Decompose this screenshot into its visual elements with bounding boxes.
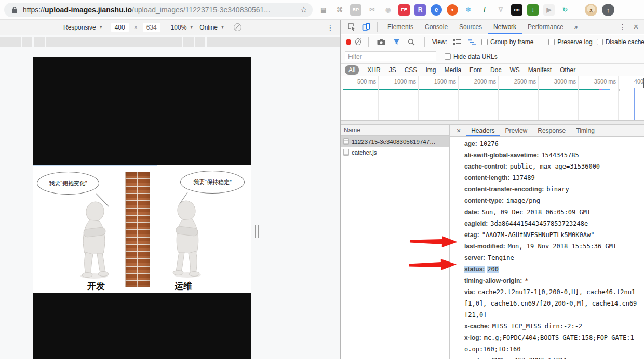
type-filter-manifest[interactable]: Manifest — [525, 65, 555, 75]
address-bar[interactable]: https://upload-images.jianshu.io/upload_… — [4, 3, 313, 17]
header-name: via: — [464, 288, 475, 296]
search-icon[interactable] — [406, 36, 417, 48]
checkbox-icon — [597, 39, 603, 45]
type-filter-font[interactable]: Font — [466, 65, 486, 75]
ext-download-icon[interactable]: ↓ — [527, 4, 539, 16]
ext-green-slash-icon[interactable]: / — [479, 4, 490, 16]
chevron-down-icon: ▼ — [221, 25, 224, 29]
type-filter-all[interactable]: All — [345, 65, 359, 75]
timeline-tick-label: 1500 ms — [434, 78, 456, 85]
disable-cache-checkbox[interactable]: Disable cache — [597, 38, 644, 46]
ext-rp-book-icon[interactable]: RP — [350, 4, 361, 16]
large-rows-view-icon[interactable] — [451, 36, 462, 48]
tab-elements[interactable]: Elements — [382, 20, 419, 34]
device-toolbar-toggle-icon[interactable] — [359, 21, 373, 33]
filter-icon[interactable] — [391, 36, 402, 48]
ext-sync-icon[interactable]: ↻ — [559, 4, 571, 16]
type-filter-css[interactable]: CSS — [401, 65, 421, 75]
header-line-x-log: x-log:mc.g;FOPDC/404;BOOTS-GATE:158;FOP-… — [464, 332, 644, 343]
overview-table-divider[interactable] — [341, 120, 644, 125]
ext-snowflake-icon[interactable]: ❄ — [463, 4, 474, 16]
network-throttle-select[interactable]: Online ▼ — [199, 24, 224, 31]
header-line-ali-swift-global-savetime: ali-swift-global-savetime:1544345785 — [464, 149, 644, 161]
device-preset-segment-4[interactable] — [183, 37, 194, 47]
device-preset-segment-3[interactable] — [46, 37, 182, 47]
record-button[interactable] — [346, 39, 351, 45]
group-by-frame-checkbox[interactable]: Group by frame — [481, 38, 533, 46]
type-filter-other[interactable]: Other — [556, 65, 579, 75]
header-value: Mon, 19 Nov 2018 15:55:36 GMT — [508, 243, 617, 250]
tab-network[interactable]: Network — [488, 20, 522, 34]
tab-performance[interactable]: Performance — [522, 20, 569, 34]
viewport-width-input[interactable]: 400 — [111, 23, 129, 32]
type-filter-ws[interactable]: WS — [506, 65, 523, 75]
header-value: "AAO7M-AGUfNVESHNuPTLk5M0K0Aw" — [482, 231, 595, 239]
close-details-icon[interactable]: × — [450, 127, 466, 135]
browser-update-button[interactable]: ↑ — [602, 4, 614, 16]
device-mode-select[interactable]: Responsive ▼ — [63, 24, 103, 31]
bookmark-star-icon[interactable]: ☆ — [300, 6, 307, 14]
url-text[interactable]: https://upload-images.jianshu.io/upload_… — [23, 6, 270, 14]
waterfall-view-icon[interactable] — [466, 36, 477, 48]
filter-input[interactable] — [345, 51, 436, 61]
ext-fe-icon[interactable]: FE — [398, 4, 410, 16]
ext-e-circle-icon[interactable]: e — [431, 4, 442, 16]
devops-comic-image: 我要“拥抱变化” 我要“保持稳定” — [33, 165, 251, 293]
timeline-gridline — [418, 76, 419, 120]
device-toolbar-menu-icon[interactable]: ⋮ — [327, 23, 334, 32]
device-preset-segment-1[interactable] — [22, 37, 32, 47]
figure-developer — [70, 200, 118, 279]
header-name: ali-swift-global-savetime: — [464, 151, 539, 159]
no-throttling-icon — [234, 23, 242, 31]
page-viewport: 我要“拥抱变化” 我要“保持稳定” — [0, 35, 340, 359]
device-presets-bar[interactable] — [0, 37, 340, 47]
type-filter-img[interactable]: Img — [422, 65, 439, 75]
type-filter-doc[interactable]: Doc — [487, 65, 505, 75]
devtools-close-icon[interactable]: × — [632, 22, 644, 32]
tab-sources[interactable]: Sources — [453, 20, 488, 34]
capture-screenshots-icon[interactable] — [376, 36, 387, 48]
network-overview-timeline[interactable]: 500 ms1000 ms1500 ms2000 ms2500 ms3000 m… — [341, 76, 644, 120]
type-filter-js[interactable]: JS — [385, 65, 400, 75]
header-value: [1,0], cache16.cn697[20,200-0,M], cache1… — [464, 300, 637, 307]
inspect-element-icon[interactable] — [345, 21, 358, 33]
device-preset-segment-0[interactable] — [0, 37, 21, 47]
ext-glasses-icon[interactable]: oo — [511, 4, 522, 16]
type-filter-media[interactable]: Media — [440, 65, 465, 75]
request-name: catcher.js — [352, 149, 377, 156]
detail-tab-preview[interactable]: Preview — [500, 125, 533, 136]
device-preset-segment-2[interactable] — [34, 37, 45, 47]
request-row[interactable]: 11223715-3e3408305619747… — [341, 136, 449, 147]
ext-orange-circle-icon[interactable]: • — [447, 4, 458, 16]
hide-data-urls-checkbox[interactable]: Hide data URLs — [445, 53, 498, 60]
request-row[interactable]: catcher.js — [341, 147, 449, 158]
header-name: age: — [464, 140, 477, 147]
name-column-header[interactable]: Name — [341, 125, 449, 136]
ext-mail-icon[interactable]: ✉ — [366, 4, 378, 16]
ext-atom-icon[interactable]: ◉ — [382, 4, 394, 16]
detail-tab-headers[interactable]: Headers — [466, 125, 500, 136]
preserve-log-checkbox[interactable]: Preserve log — [548, 38, 592, 46]
more-tabs-button[interactable]: » — [570, 23, 582, 31]
viewport-height-input[interactable]: 634 — [143, 23, 160, 32]
zoom-select[interactable]: 100% ▼ — [171, 24, 194, 31]
throttle-label: Online — [199, 24, 218, 31]
detail-tab-timing[interactable]: Timing — [571, 125, 600, 136]
speech-bubble-right: 我要“保持稳定” — [180, 171, 245, 194]
ext-shield-icon[interactable]: ∇ — [495, 4, 506, 16]
device-preset-segment-5[interactable] — [195, 37, 205, 47]
browser-window: https://upload-images.jianshu.io/upload_… — [0, 0, 644, 359]
viewport-resize-handle[interactable] — [255, 225, 259, 238]
ext-r-hexagon-icon[interactable]: R — [414, 4, 426, 16]
devtools-menu-icon[interactable]: ⋮ — [614, 23, 632, 31]
ext-play-box-icon[interactable]: ▶ — [543, 4, 555, 16]
ext-sitemap-icon[interactable]: ⌘ — [334, 4, 345, 16]
device-preset-segment-6[interactable] — [207, 37, 340, 47]
resource-type-filters: AllXHRJSCSSImgMediaFontDocWSManifestOthe… — [341, 64, 644, 76]
ext-copy-page-icon[interactable]: ▤ — [318, 4, 329, 16]
clear-requests-icon[interactable] — [355, 38, 361, 45]
tab-console[interactable]: Console — [419, 20, 453, 34]
detail-tab-response[interactable]: Response — [532, 125, 571, 136]
profile-avatar[interactable]: ᴥ — [585, 4, 597, 16]
type-filter-xhr[interactable]: XHR — [364, 65, 384, 75]
